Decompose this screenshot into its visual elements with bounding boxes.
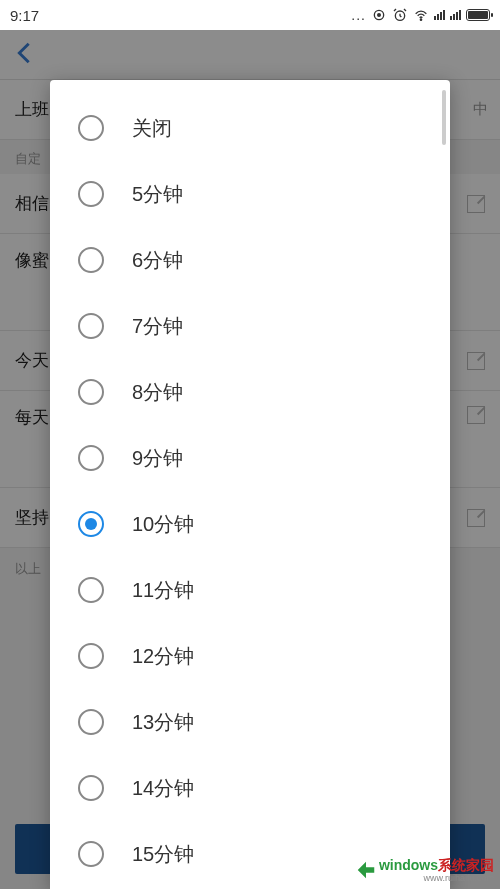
- radio-icon: [78, 313, 104, 339]
- radio-icon: [78, 709, 104, 735]
- option-label: 8分钟: [132, 379, 183, 406]
- option-row[interactable]: 7分钟: [50, 293, 450, 359]
- status-time: 9:17: [10, 7, 39, 24]
- option-row[interactable]: 8分钟: [50, 359, 450, 425]
- svg-point-3: [420, 19, 421, 20]
- option-row[interactable]: 12分钟: [50, 623, 450, 689]
- wifi-icon: [413, 7, 429, 23]
- signal-icon: [434, 10, 445, 20]
- radio-icon: [78, 181, 104, 207]
- option-label: 10分钟: [132, 511, 194, 538]
- options-list[interactable]: 关闭5分钟6分钟7分钟8分钟9分钟10分钟11分钟12分钟13分钟14分钟15分…: [50, 80, 450, 889]
- radio-icon: [78, 775, 104, 801]
- option-label: 13分钟: [132, 709, 194, 736]
- svg-point-1: [378, 14, 381, 17]
- option-label: 6分钟: [132, 247, 183, 274]
- modal-overlay[interactable]: 关闭5分钟6分钟7分钟8分钟9分钟10分钟11分钟12分钟13分钟14分钟15分…: [0, 30, 500, 889]
- option-row[interactable]: 9分钟: [50, 425, 450, 491]
- scrollbar[interactable]: [442, 90, 446, 145]
- option-row[interactable]: 15分钟: [50, 821, 450, 887]
- radio-icon: [78, 445, 104, 471]
- option-label: 14分钟: [132, 775, 194, 802]
- radio-icon: [78, 643, 104, 669]
- option-label: 7分钟: [132, 313, 183, 340]
- location-icon: [371, 7, 387, 23]
- option-row[interactable]: 6分钟: [50, 227, 450, 293]
- radio-icon: [78, 511, 104, 537]
- radio-icon: [78, 841, 104, 867]
- radio-icon: [78, 115, 104, 141]
- option-label: 12分钟: [132, 643, 194, 670]
- battery-icon: [466, 9, 490, 21]
- option-row[interactable]: 14分钟: [50, 755, 450, 821]
- option-row[interactable]: 13分钟: [50, 689, 450, 755]
- status-bar: 9:17 ...: [0, 0, 500, 30]
- option-row[interactable]: 5分钟: [50, 161, 450, 227]
- option-label: 9分钟: [132, 445, 183, 472]
- option-row[interactable]: 关闭: [50, 95, 450, 161]
- status-icons: ...: [351, 7, 490, 23]
- option-label: 11分钟: [132, 577, 194, 604]
- option-row[interactable]: 11分钟: [50, 557, 450, 623]
- option-row[interactable]: 10分钟: [50, 491, 450, 557]
- signal-icon-2: [450, 10, 461, 20]
- radio-icon: [78, 247, 104, 273]
- option-label: 关闭: [132, 115, 172, 142]
- options-modal: 关闭5分钟6分钟7分钟8分钟9分钟10分钟11分钟12分钟13分钟14分钟15分…: [50, 80, 450, 889]
- more-icon: ...: [351, 7, 366, 23]
- alarm-icon: [392, 7, 408, 23]
- radio-icon: [78, 577, 104, 603]
- option-label: 15分钟: [132, 841, 194, 868]
- radio-icon: [78, 379, 104, 405]
- option-label: 5分钟: [132, 181, 183, 208]
